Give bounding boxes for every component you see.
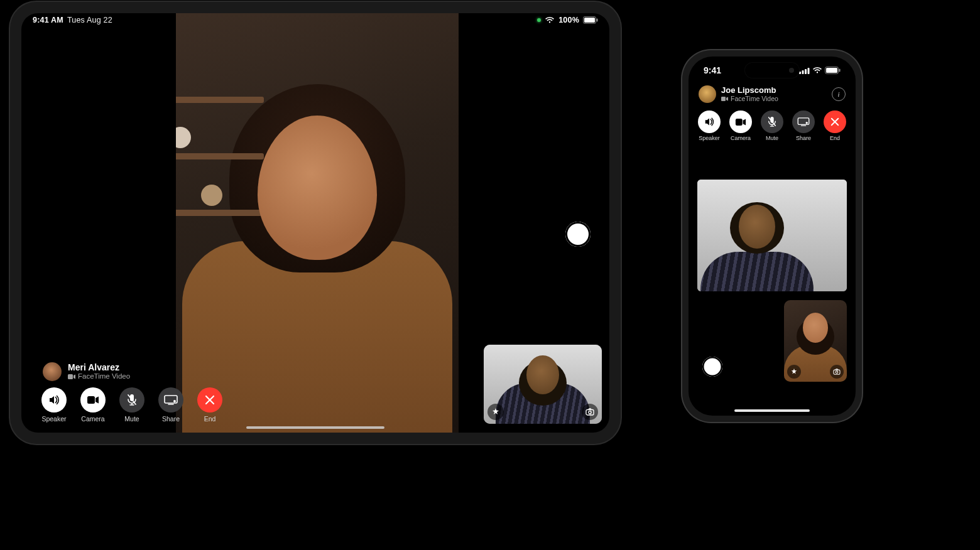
svg-rect-17: [839, 69, 841, 72]
speaker-icon: [41, 387, 67, 412]
share-button[interactable]: Share: [157, 387, 185, 423]
call-controls: Speaker Camera Mute Share: [689, 111, 856, 141]
status-left: 9:41 AM Tues Aug 22: [33, 16, 112, 24]
iphone-device-frame: 9:41 Joe Lipscomb: [682, 50, 862, 422]
battery-icon: [583, 16, 598, 24]
ipad-device-frame: 9:41 AM Tues Aug 22 100%: [10, 2, 621, 444]
speaker-button[interactable]: Speaker: [698, 111, 721, 141]
svg-rect-2: [597, 19, 598, 22]
screen-share-icon: [158, 387, 183, 412]
svg-rect-18: [721, 97, 726, 101]
avatar: [699, 85, 716, 103]
status-right: 100%: [537, 16, 598, 24]
status-right: [799, 67, 841, 74]
svg-rect-12: [802, 70, 804, 74]
close-icon: [824, 111, 846, 133]
status-time: 9:41: [704, 65, 721, 75]
svg-rect-13: [805, 69, 807, 74]
svg-point-10: [589, 411, 591, 414]
svg-rect-14: [808, 68, 810, 74]
flip-camera-button[interactable]: [582, 404, 598, 420]
screen-share-icon: [792, 111, 815, 133]
capture-shutter-button[interactable]: [565, 222, 591, 247]
svg-point-8: [173, 400, 176, 402]
self-view-pip[interactable]: [784, 300, 847, 382]
caller-name: Meri Alvarez: [68, 362, 130, 372]
caller-subtitle: FaceTime Video: [68, 372, 130, 380]
mic-off-icon: [119, 387, 144, 412]
svg-rect-9: [586, 410, 594, 416]
camera-button[interactable]: Camera: [729, 111, 752, 141]
cellular-icon: [799, 67, 810, 74]
svg-rect-3: [68, 374, 73, 379]
mute-button[interactable]: Mute: [118, 387, 146, 423]
caller-info-card[interactable]: Joe Lipscomb FaceTime Video i: [699, 85, 846, 103]
svg-rect-24: [834, 370, 840, 374]
caller-info-card[interactable]: Meri Alvarez FaceTime Video: [43, 362, 130, 381]
caller-subtitle: FaceTime Video: [721, 95, 778, 102]
video-icon: [68, 374, 75, 379]
status-date: Tues Aug 22: [67, 16, 112, 24]
status-time: 9:41 AM: [33, 16, 63, 24]
dynamic-island: [745, 63, 799, 78]
close-icon: [197, 387, 222, 412]
svg-rect-19: [736, 119, 743, 126]
iphone-remote-video[interactable]: [697, 180, 847, 291]
info-button[interactable]: i: [832, 87, 846, 101]
effects-button[interactable]: [487, 404, 504, 420]
video-icon: [721, 97, 728, 101]
svg-rect-16: [826, 68, 837, 73]
video-camera-icon: [80, 387, 106, 412]
wifi-icon: [812, 67, 822, 74]
mic-off-icon: [761, 111, 783, 133]
svg-rect-11: [799, 72, 801, 74]
caller-text: Joe Lipscomb FaceTime Video: [721, 86, 778, 103]
svg-rect-1: [584, 18, 595, 23]
camera-active-indicator-icon: [537, 18, 541, 22]
call-controls: Speaker Camera Mute Share: [40, 387, 224, 423]
share-button[interactable]: Share: [792, 111, 815, 141]
svg-rect-4: [87, 396, 95, 404]
remote-person-placeholder: [176, 21, 459, 433]
end-call-button[interactable]: End: [196, 387, 224, 423]
home-indicator[interactable]: [734, 409, 810, 412]
end-call-button[interactable]: End: [824, 111, 846, 141]
svg-point-23: [806, 122, 808, 124]
ipad-screen: 9:41 AM Tues Aug 22 100%: [21, 13, 609, 433]
mute-button[interactable]: Mute: [761, 111, 783, 141]
effects-button[interactable]: [787, 365, 801, 379]
speaker-icon: [698, 111, 721, 133]
avatar: [43, 362, 62, 381]
flip-camera-button[interactable]: [830, 365, 844, 379]
battery-percent: 100%: [558, 16, 579, 24]
caller-text: Meri Alvarez FaceTime Video: [68, 362, 130, 380]
caller-name: Joe Lipscomb: [721, 86, 778, 95]
home-indicator[interactable]: [246, 426, 384, 429]
battery-icon: [825, 67, 841, 74]
video-camera-icon: [729, 111, 752, 133]
wifi-icon: [545, 16, 555, 24]
ipad-remote-video[interactable]: [176, 13, 459, 433]
camera-button[interactable]: Camera: [79, 387, 107, 423]
iphone-screen: 9:41 Joe Lipscomb: [689, 57, 856, 416]
self-view-pip[interactable]: [484, 345, 602, 424]
svg-point-25: [836, 371, 838, 374]
capture-shutter-button[interactable]: [702, 357, 722, 377]
speaker-button[interactable]: Speaker: [40, 387, 68, 423]
